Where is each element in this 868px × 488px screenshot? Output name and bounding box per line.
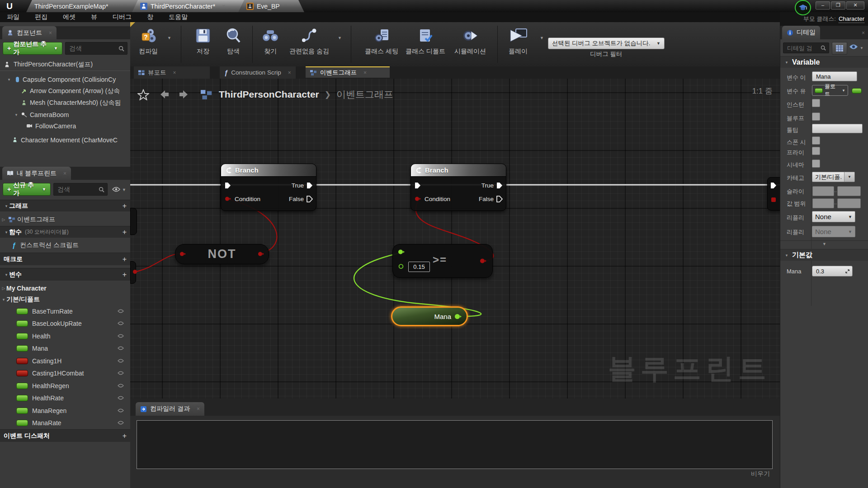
tab-my-blueprint[interactable]: 내 블루프린트 ×: [2, 167, 71, 180]
property-matrix-icon[interactable]: [832, 42, 847, 55]
expand-advanced-chevron-icon[interactable]: ▼: [780, 242, 868, 246]
class-defaults-button[interactable]: 클래스 디폴트: [401, 26, 450, 56]
slider-min-field[interactable]: [812, 186, 834, 196]
condition-pin[interactable]: [225, 196, 231, 202]
row-eventgraph[interactable]: ▷ 이벤트그래프: [0, 214, 130, 225]
chevron-down-icon[interactable]: ▼: [860, 46, 863, 50]
exec-in-pin[interactable]: [415, 182, 421, 189]
close-window-button[interactable]: ✕: [846, 1, 864, 9]
my-blueprint-search[interactable]: [53, 183, 108, 196]
component-row-arrow[interactable]: Arrow Component (Arrow) (상속: [0, 85, 130, 97]
close-icon[interactable]: ×: [222, 3, 225, 9]
add-graph-button[interactable]: +: [123, 202, 127, 210]
breadcrumb-root[interactable]: ThirdPersonCharacter: [219, 89, 319, 100]
default-value-input[interactable]: [815, 267, 845, 275]
red-pin-icon[interactable]: [771, 197, 776, 202]
greater-equal-node[interactable]: 0.15 >=: [392, 244, 493, 278]
eye-icon[interactable]: [118, 309, 124, 313]
add-dispatcher-button[interactable]: +: [123, 432, 127, 440]
red-pin-icon[interactable]: [133, 270, 137, 274]
slider-max-field[interactable]: [837, 186, 861, 196]
close-icon[interactable]: ×: [363, 70, 367, 76]
hide-unrelated-chevron-icon[interactable]: ▼: [338, 36, 342, 40]
float-out-pin[interactable]: [454, 314, 462, 319]
eye-icon[interactable]: [118, 371, 124, 375]
add-variable-button[interactable]: +: [123, 271, 127, 279]
category-dropdown[interactable]: 기본/디폴. ▼: [812, 172, 855, 182]
variable-row-baseturnrate[interactable]: BaseTurnRate: [0, 305, 130, 317]
component-row-self[interactable]: ThirdPersonCharacter(셀프): [0, 59, 130, 70]
tab-components[interactable]: 컴포넌트 ×: [2, 26, 57, 39]
eye-icon[interactable]: [118, 408, 124, 413]
row-my-character-category[interactable]: ▷ My Character: [0, 282, 130, 294]
close-icon[interactable]: ×: [288, 70, 291, 76]
array-toggle-pill-icon[interactable]: [852, 88, 862, 94]
event-graph-canvas[interactable]: Branch True Condition False: [130, 79, 780, 399]
tab-details[interactable]: 디테일: [782, 26, 820, 39]
component-row-mesh[interactable]: Mesh (CharacterMesh0) (상속됨: [0, 97, 130, 108]
display-filter-eye-icon[interactable]: [849, 44, 858, 50]
play-button[interactable]: 플레이: [493, 26, 543, 56]
variable-row-baselookuprate[interactable]: BaseLookUpRate: [0, 318, 130, 329]
branch-node-2[interactable]: Branch True Condition False: [410, 164, 506, 211]
menu-window[interactable]: 창: [147, 13, 153, 21]
eye-icon[interactable]: [118, 359, 124, 363]
offscreen-node-fragment[interactable]: [130, 261, 136, 284]
private-checkbox[interactable]: [812, 147, 820, 155]
true-exec-pin[interactable]: [307, 182, 313, 189]
variable-row-manarate[interactable]: ManaRate: [0, 417, 130, 428]
menu-debug[interactable]: 디버그: [113, 13, 132, 21]
false-exec-pin[interactable]: [307, 196, 313, 202]
branch-node-header[interactable]: Branch: [221, 164, 316, 177]
expose-on-spawn-checkbox[interactable]: [812, 136, 820, 145]
details-search-input[interactable]: [786, 44, 821, 52]
tooltip-field[interactable]: [812, 124, 863, 133]
tab-compiler-results[interactable]: 컴파일러 결과 ×: [136, 402, 204, 416]
tooltip-input[interactable]: [815, 125, 859, 132]
not-node[interactable]: NOT: [175, 244, 269, 264]
menu-file[interactable]: 파일: [7, 13, 19, 21]
eye-icon[interactable]: [118, 421, 124, 425]
caret-down-icon[interactable]: ▾: [14, 113, 19, 117]
branch-node-header[interactable]: Branch: [411, 164, 506, 177]
value-max-field[interactable]: [837, 198, 861, 208]
eye-icon[interactable]: [118, 396, 124, 400]
component-row-capsule[interactable]: ▾ Capsule Component (CollisionCy: [0, 74, 130, 85]
asset-tab-thirdpersonexamplemap[interactable]: ThirdPersonExampleMap*: [26, 0, 146, 12]
literal-value-field[interactable]: 0.15: [408, 262, 430, 272]
nav-back-icon[interactable]: [159, 89, 170, 99]
variable-name-field[interactable]: [812, 71, 857, 81]
asset-tab-eve-bp[interactable]: Eve_BP: [238, 0, 304, 12]
restore-button[interactable]: ❐: [831, 1, 845, 9]
section-variable[interactable]: ▾ Variable: [780, 56, 868, 68]
section-event-dispatchers[interactable]: 이벤트 디스패처 +: [0, 429, 130, 442]
variable-row-manaregen[interactable]: ManaRegen: [0, 405, 130, 416]
component-row-cameraboom[interactable]: ▾ CameraBoom: [0, 109, 130, 120]
my-blueprint-search-input[interactable]: [57, 185, 99, 193]
compile-button[interactable]: ? 컴파일: [123, 26, 173, 56]
bool-in-pin[interactable]: [179, 251, 186, 257]
close-icon[interactable]: ×: [173, 70, 176, 76]
add-component-button[interactable]: + 컴포넌트 추가 ▼: [3, 42, 62, 55]
eye-icon[interactable]: [118, 334, 124, 338]
bool-out-pin[interactable]: [258, 251, 264, 257]
variable-row-casting1h[interactable]: Casting1H: [0, 355, 130, 366]
tab-construction-script[interactable]: ƒ Construction Scrip ×: [220, 66, 296, 79]
compiler-output-box[interactable]: [137, 420, 773, 469]
variable-row-healthrate[interactable]: HealthRate: [0, 392, 130, 404]
tutorial-graduation-cap-icon[interactable]: [795, 0, 811, 15]
variable-row-casting1hcombat[interactable]: Casting1HCombat: [0, 367, 130, 379]
section-macros[interactable]: 매크로 +: [0, 253, 130, 265]
offscreen-node-fragment[interactable]: [130, 208, 137, 235]
variable-row-healthregen[interactable]: HealthRegen: [0, 380, 130, 391]
section-functions[interactable]: ▾ 함수 (30 오버라이더블) +: [0, 226, 130, 238]
eye-icon[interactable]: [118, 321, 124, 325]
variable-row-health[interactable]: Health: [0, 330, 130, 342]
section-graphs[interactable]: ▾ 그래프 +: [0, 200, 130, 211]
instance-editable-checkbox[interactable]: [812, 99, 820, 107]
component-row-charactermovement[interactable]: Character Movement (CharMoveC: [0, 134, 130, 145]
caret-down-icon[interactable]: ▾: [1, 297, 6, 302]
row-construction-script[interactable]: ƒ 컨스트럭션 스크립트: [0, 239, 130, 251]
compile-options-chevron-icon[interactable]: ▼: [167, 36, 171, 40]
debug-object-select[interactable]: 선택된 디버그 오브젝트가 없습니다. ▼: [548, 38, 665, 49]
